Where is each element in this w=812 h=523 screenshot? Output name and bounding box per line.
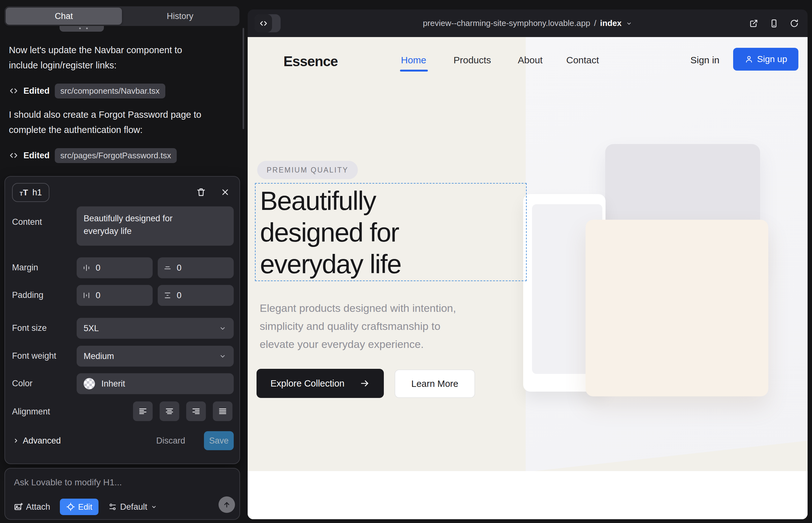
scrolled-chip-fragment <box>59 26 104 32</box>
arrow-right-icon <box>360 378 370 389</box>
active-nav-underline <box>400 70 428 72</box>
assistant-message: Now let's update the Navbar component to… <box>9 42 232 73</box>
color-label: Color <box>12 379 33 389</box>
margin-y-value: 0 <box>177 263 181 273</box>
align-justify-icon <box>218 407 227 416</box>
nav-link-contact[interactable]: Contact <box>566 55 599 66</box>
color-select[interactable]: Inherit <box>77 373 234 394</box>
save-button[interactable]: Save <box>204 431 234 450</box>
preview-window: preview--charming-site-symphony.lovable.… <box>248 10 808 519</box>
font-size-value: 5XL <box>84 324 99 333</box>
nav-link-home[interactable]: Home <box>401 55 426 66</box>
chevron-down-icon <box>218 352 227 360</box>
chat-history-tabs: Chat History <box>4 6 240 26</box>
padding-x-input[interactable]: 0 <box>77 285 153 306</box>
dot <box>79 28 81 29</box>
font-size-label: Font size <box>12 323 47 333</box>
delete-element-button[interactable] <box>194 185 208 199</box>
close-inspector-button[interactable] <box>218 185 232 199</box>
margin-x-input[interactable]: 0 <box>77 257 153 278</box>
prompt-input[interactable] <box>13 475 230 490</box>
align-right-button[interactable] <box>186 401 206 421</box>
text-size-icon: TT <box>20 188 28 197</box>
selected-element-chip: TT h1 <box>12 183 49 202</box>
margin-horizontal-icon <box>82 264 91 272</box>
preview-topbar: preview--charming-site-symphony.lovable.… <box>248 10 808 37</box>
sidebar-scrollbar[interactable] <box>243 28 244 129</box>
hero-headline: Beautifully designed for everyday life <box>260 185 469 280</box>
refresh-icon <box>790 19 799 28</box>
selection-outline: Beautifully designed for everyday life <box>255 183 527 281</box>
margin-label: Margin <box>12 263 38 273</box>
external-link-icon <box>749 19 758 28</box>
url-page-dropdown[interactable]: index <box>600 18 622 28</box>
font-weight-label: Font weight <box>12 351 56 361</box>
nav-link-about[interactable]: About <box>518 55 543 66</box>
chat-composer: Attach Edit Default <box>4 468 240 520</box>
element-tag: h1 <box>32 188 42 198</box>
margin-x-value: 0 <box>96 263 100 273</box>
padding-label: Padding <box>12 290 43 300</box>
padding-horizontal-icon <box>82 291 91 300</box>
code-icon <box>259 19 268 28</box>
tab-chat[interactable]: Chat <box>6 7 122 25</box>
padding-vertical-icon <box>163 291 172 300</box>
site-canvas: Essence Home Products About Contact Sign… <box>248 37 808 519</box>
code-toggle-segment[interactable] <box>254 14 272 32</box>
preview-actions <box>747 10 800 37</box>
edit-mode-button[interactable]: Edit <box>60 499 99 515</box>
smartphone-icon <box>769 19 779 28</box>
file-chip-navbar[interactable]: src/components/Navbar.tsx <box>55 84 166 98</box>
hero-subheadline: Elegant products designed with intention… <box>260 299 513 353</box>
arrow-up-icon <box>223 501 231 509</box>
attach-image-icon <box>13 502 23 511</box>
margin-y-input[interactable]: 0 <box>158 257 234 278</box>
align-justify-button[interactable] <box>213 401 232 421</box>
font-size-select[interactable]: 5XL <box>77 318 234 339</box>
mobile-view-button[interactable] <box>768 17 780 30</box>
padding-y-input[interactable]: 0 <box>158 285 234 306</box>
content-label: Content <box>12 217 42 227</box>
chevron-down-icon <box>218 324 227 332</box>
sliders-icon <box>108 502 117 511</box>
edited-label: Edited <box>23 151 50 161</box>
sign-up-button[interactable]: Sign up <box>733 48 798 71</box>
refresh-button[interactable] <box>788 17 800 30</box>
code-icon <box>9 86 18 96</box>
user-icon <box>744 55 754 64</box>
code-preview-toggle[interactable] <box>254 14 281 32</box>
mode-label: Default <box>120 502 147 512</box>
mode-dropdown[interactable]: Default <box>108 502 157 512</box>
margin-vertical-icon <box>163 264 172 272</box>
padding-y-value: 0 <box>177 291 181 301</box>
font-weight-select[interactable]: Medium <box>77 346 234 366</box>
explore-collection-label: Explore Collection <box>270 378 345 389</box>
discard-button[interactable]: Discard <box>153 432 188 450</box>
file-chip-forgotpassword[interactable]: src/pages/ForgotPassword.tsx <box>55 148 177 163</box>
chevron-down-icon[interactable] <box>625 20 632 27</box>
assistant-message: I should also create a Forgot Password p… <box>9 107 232 138</box>
chat-sidebar: Chat History Now let's update the Navbar… <box>0 0 246 523</box>
padding-x-value: 0 <box>96 291 100 301</box>
learn-more-button[interactable]: Learn More <box>394 369 475 398</box>
edited-file-row: Edited src/pages/ForgotPassword.tsx <box>9 147 177 163</box>
nav-link-products[interactable]: Products <box>454 55 491 66</box>
advanced-toggle[interactable]: Advanced <box>12 432 61 450</box>
tab-history[interactable]: History <box>122 7 238 25</box>
dot <box>86 28 88 29</box>
content-input[interactable]: Beautifully designed for everyday life <box>77 206 234 246</box>
code-icon <box>9 151 18 160</box>
sign-in-link[interactable]: Sign in <box>690 55 720 66</box>
alignment-label: Alignment <box>12 407 50 417</box>
target-icon <box>66 502 75 511</box>
composer-toolbar: Attach Edit Default <box>13 498 157 516</box>
explore-collection-button[interactable]: Explore Collection <box>257 369 384 398</box>
align-right-icon <box>191 407 201 416</box>
attach-button[interactable]: Attach <box>13 502 50 512</box>
align-center-icon <box>165 407 174 416</box>
open-in-new-tab-button[interactable] <box>747 17 760 30</box>
send-button[interactable] <box>218 497 235 513</box>
site-logo[interactable]: Essence <box>283 54 338 69</box>
align-left-button[interactable] <box>133 401 153 421</box>
align-center-button[interactable] <box>160 401 179 421</box>
